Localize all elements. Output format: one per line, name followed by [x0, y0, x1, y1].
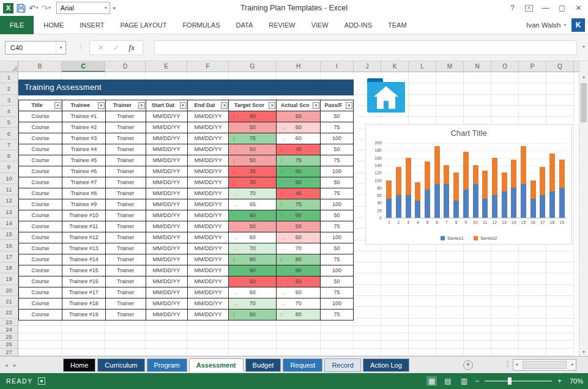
target-score-cell[interactable]: →70 [229, 243, 277, 254]
title-cell[interactable]: Course [19, 155, 62, 166]
row-header-10[interactable]: 10 [0, 173, 18, 184]
filter-dropdown-icon[interactable]: ▼ [313, 102, 319, 109]
start-date-cell[interactable]: MM/DD/YY [146, 232, 188, 243]
trainer-cell[interactable]: Trainer [106, 265, 146, 276]
row-header-7[interactable]: 7 [0, 139, 18, 150]
pass-score-cell[interactable]: 50 [321, 111, 354, 122]
title-cell[interactable]: Course [19, 210, 62, 221]
start-date-cell[interactable]: MM/DD/YY [146, 155, 188, 166]
pass-score-cell[interactable]: 100 [321, 265, 354, 276]
target-score-cell[interactable]: ↓35 [229, 166, 277, 177]
trainer-cell[interactable]: Trainer [106, 155, 146, 166]
pass-score-cell[interactable]: 100 [321, 166, 354, 177]
column-header-g[interactable]: G [229, 61, 277, 72]
chart[interactable]: Chart Title Series1Series2 0204060801001… [365, 124, 572, 245]
filter-dropdown-icon[interactable]: ▼ [54, 102, 61, 109]
actual-score-cell[interactable]: →50 [277, 221, 321, 232]
start-date-cell[interactable]: MM/DD/YY [146, 210, 188, 221]
target-score-cell[interactable]: →50 [229, 221, 277, 232]
row-header-23[interactable]: 23 [0, 319, 18, 326]
ribbon-tab-team[interactable]: TEAM [380, 16, 415, 34]
ribbon-display-button[interactable]: ˄ [525, 5, 533, 12]
cancel-icon[interactable]: ✕ [98, 43, 104, 52]
trainer-cell[interactable]: Trainer [106, 111, 146, 122]
font-dropdown-icon[interactable]: ▾ [105, 6, 107, 10]
sheet-tab-assessment[interactable]: Assessment [189, 358, 244, 372]
end-date-cell[interactable]: MM/DD/YY [188, 210, 229, 221]
column-header-n[interactable]: N [464, 61, 491, 72]
title-cell[interactable]: Course [19, 232, 62, 243]
scroll-down-icon[interactable]: ▼ [579, 350, 588, 354]
title-cell[interactable]: Course [19, 287, 62, 298]
target-score-cell[interactable]: ↓50 [229, 155, 277, 166]
start-date-cell[interactable]: MM/DD/YY [146, 188, 188, 199]
trainer-cell[interactable]: Trainer [106, 144, 146, 155]
view-normal-icon[interactable]: ▦ [426, 376, 437, 386]
title-cell[interactable]: Course [19, 188, 62, 199]
sheet-tab-budget[interactable]: Budget [245, 358, 281, 372]
title-cell[interactable]: Course [19, 298, 62, 309]
end-date-cell[interactable]: MM/DD/YY [188, 166, 229, 177]
actual-score-cell[interactable]: ↑75 [277, 199, 321, 210]
pass-score-cell[interactable]: 75 [321, 122, 354, 133]
trainer-cell[interactable]: Trainer [106, 166, 146, 177]
start-date-cell[interactable]: MM/DD/YY [146, 243, 188, 254]
end-date-cell[interactable]: MM/DD/YY [188, 177, 229, 188]
start-date-cell[interactable]: MM/DD/YY [146, 133, 188, 144]
trainee-cell[interactable]: Trainee #1 [62, 111, 106, 122]
row-header-20[interactable]: 20 [0, 285, 18, 296]
sheet-tab-record[interactable]: Record [324, 358, 360, 372]
pass-score-cell[interactable]: 75 [321, 287, 354, 298]
trainee-cell[interactable]: Trainee #13 [62, 243, 106, 254]
target-score-cell[interactable]: ↓40 [229, 111, 277, 122]
actual-score-cell[interactable]: ↑90 [277, 265, 321, 276]
actual-score-cell[interactable]: ↓45 [277, 144, 321, 155]
title-cell[interactable]: Course [19, 254, 62, 265]
close-button[interactable]: ✕ [570, 4, 587, 12]
filter-dropdown-icon[interactable]: ▼ [98, 102, 105, 109]
qat-customize-icon[interactable]: ▾ [113, 6, 116, 11]
trainer-cell[interactable]: Trainer [106, 287, 146, 298]
column-header-p[interactable]: P [519, 61, 546, 72]
pass-score-cell[interactable]: 75 [321, 155, 354, 166]
target-score-cell[interactable]: →60 [229, 232, 277, 243]
trainee-cell[interactable]: Trainee #2 [62, 122, 106, 133]
row-header-6[interactable]: 6 [0, 128, 18, 139]
redo-dropdown-icon[interactable]: ▾ [48, 6, 51, 10]
ribbon-tab-home[interactable]: HOME [35, 16, 72, 34]
row-header-24[interactable]: 24 [0, 326, 18, 333]
end-date-cell[interactable]: MM/DD/YY [188, 111, 229, 122]
ribbon-tab-insert[interactable]: INSERT [72, 16, 112, 34]
actual-score-cell[interactable]: →50 [277, 276, 321, 287]
sheet-tab-program[interactable]: Program [147, 358, 187, 372]
help-button[interactable]: ? [504, 4, 521, 12]
macro-record-icon[interactable] [38, 377, 45, 385]
pass-score-cell[interactable]: 100 [321, 133, 354, 144]
pass-score-cell[interactable]: 100 [321, 232, 354, 243]
column-header-o[interactable]: O [491, 61, 519, 72]
pass-score-cell[interactable]: 50 [321, 177, 354, 188]
actual-score-cell[interactable]: →60 [277, 232, 321, 243]
title-cell[interactable]: Course [19, 133, 62, 144]
end-date-cell[interactable]: MM/DD/YY [188, 199, 229, 210]
column-header-l[interactable]: L [409, 61, 436, 72]
column-header-h[interactable]: H [277, 61, 321, 72]
row-header-25[interactable]: 25 [0, 333, 18, 341]
trainee-cell[interactable]: Trainee #11 [62, 221, 106, 232]
target-score-cell[interactable]: ↑90 [229, 210, 277, 221]
zoom-in-button[interactable]: + [557, 377, 562, 385]
end-date-cell[interactable]: MM/DD/YY [188, 298, 229, 309]
filter-dropdown-icon[interactable]: ▼ [138, 102, 145, 109]
pass-score-cell[interactable]: 50 [321, 144, 354, 155]
end-date-cell[interactable]: MM/DD/YY [188, 122, 229, 133]
column-header-q[interactable]: Q [546, 61, 574, 72]
horizontal-scrollbar[interactable]: ◂ ▸ [513, 359, 576, 371]
title-cell[interactable]: Course [19, 111, 62, 122]
view-page-break-icon[interactable]: ▥ [459, 376, 469, 386]
sheet-nav-right-icon[interactable]: ▸ [13, 362, 17, 368]
trainer-cell[interactable]: Trainer [106, 133, 146, 144]
title-cell[interactable]: Course [19, 144, 62, 155]
zoom-slider-thumb[interactable] [508, 377, 512, 385]
trainer-cell[interactable]: Trainer [106, 309, 146, 320]
sheet-tab-curriculum[interactable]: Curriculum [97, 358, 144, 372]
